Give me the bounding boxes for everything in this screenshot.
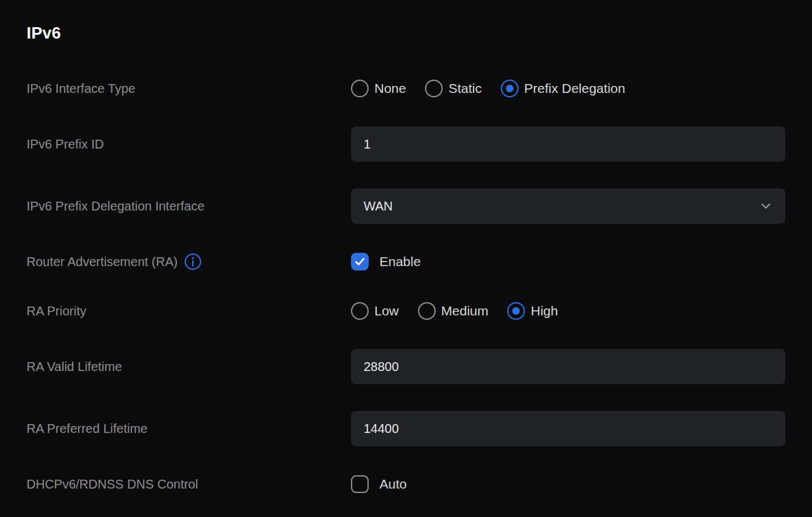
radio-option-medium[interactable]: Medium <box>418 302 489 320</box>
radio-option-static[interactable]: Static <box>425 80 482 97</box>
radio-icon[interactable] <box>351 80 369 97</box>
radio-icon[interactable] <box>501 80 519 97</box>
ipv6-pd-interface-select[interactable]: WAN <box>351 188 785 224</box>
radio-option-label: Low <box>374 303 399 319</box>
row-ra-preferred-lifetime: RA Preferred Lifetime <box>27 411 785 446</box>
section-title: IPv6 <box>27 23 785 43</box>
radio-icon[interactable] <box>425 80 443 97</box>
ipv6-interface-type-radio-group: None Static Prefix Delegation <box>351 80 625 97</box>
checkbox-icon[interactable] <box>351 253 369 271</box>
row-router-advertisement: Router Advertisement (RA) Enable <box>27 250 785 273</box>
radio-option-prefix-delegation[interactable]: Prefix Delegation <box>501 80 625 97</box>
selected-option-label: WAN <box>364 199 393 214</box>
ra-valid-lifetime-label: RA Valid Lifetime <box>27 360 351 374</box>
ipv6-interface-type-label: IPv6 Interface Type <box>27 82 351 96</box>
enable-ra-checkbox-option[interactable]: Enable <box>351 253 421 271</box>
radio-icon[interactable] <box>507 302 525 320</box>
radio-option-low[interactable]: Low <box>351 302 399 320</box>
row-ipv6-interface-type: IPv6 Interface Type None Static Prefix D… <box>27 77 785 100</box>
row-ra-valid-lifetime: RA Valid Lifetime <box>27 349 785 384</box>
radio-option-label: High <box>531 303 558 319</box>
ra-preferred-lifetime-input[interactable] <box>351 411 785 446</box>
row-ipv6-prefix-id: IPv6 Prefix ID <box>27 126 785 162</box>
radio-option-none[interactable]: None <box>351 80 406 97</box>
ipv6-prefix-id-input[interactable] <box>351 126 785 162</box>
chevron-down-icon <box>759 199 773 213</box>
info-icon[interactable] <box>184 253 202 271</box>
ra-priority-radio-group: Low Medium High <box>351 302 558 320</box>
router-advertisement-label: Router Advertisement (RA) <box>27 255 178 269</box>
ra-preferred-lifetime-label: RA Preferred Lifetime <box>27 422 351 436</box>
checkbox-icon[interactable] <box>351 475 369 493</box>
dns-control-label: DHCPv6/RDNSS DNS Control <box>27 477 351 492</box>
ipv6-prefix-id-label: IPv6 Prefix ID <box>27 137 351 152</box>
radio-option-label: None <box>374 81 406 96</box>
ra-priority-label: RA Priority <box>27 304 351 319</box>
checkbox-label: Enable <box>379 254 421 269</box>
radio-icon[interactable] <box>351 302 369 320</box>
radio-option-label: Medium <box>441 303 489 319</box>
checkbox-label: Auto <box>379 477 407 492</box>
row-dns-control: DHCPv6/RDNSS DNS Control Auto <box>27 473 785 496</box>
radio-option-label: Prefix Delegation <box>524 81 625 96</box>
ipv6-settings-section: IPv6 IPv6 Interface Type None Static Pre… <box>0 0 812 496</box>
row-ra-priority: RA Priority Low Medium High <box>27 300 785 322</box>
row-ipv6-pd-interface: IPv6 Prefix Delegation Interface WAN <box>27 188 785 224</box>
radio-option-label: Static <box>448 81 482 96</box>
ra-valid-lifetime-input[interactable] <box>351 349 785 384</box>
radio-option-high[interactable]: High <box>507 302 558 320</box>
ipv6-pd-interface-label: IPv6 Prefix Delegation Interface <box>27 199 351 214</box>
check-icon <box>354 255 366 268</box>
auto-dns-checkbox-option[interactable]: Auto <box>351 475 407 493</box>
radio-icon[interactable] <box>418 302 436 320</box>
